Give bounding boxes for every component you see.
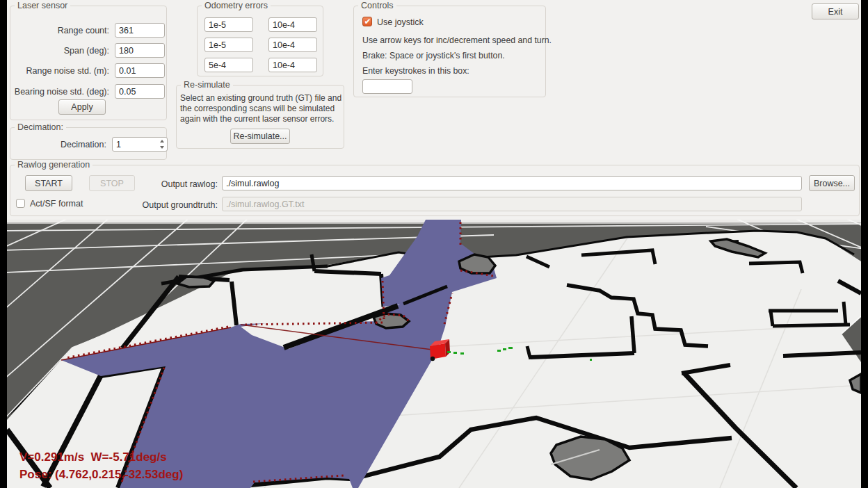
keystroke-input[interactable] — [362, 79, 412, 94]
browse-button[interactable]: Browse... — [809, 175, 855, 191]
output-groundtruth-label: Output groundtruth: — [126, 200, 218, 210]
actsf-format-checkbox[interactable] — [16, 199, 25, 208]
start-button[interactable]: START — [25, 175, 72, 191]
odometry-field-5[interactable] — [204, 58, 253, 72]
exit-button[interactable]: Exit — [812, 3, 859, 19]
decimation-group: Decimation: Decimation: — [10, 127, 167, 160]
rawlog-generation-group: Rawlog generation START STOP Output rawl… — [10, 165, 860, 216]
arrow-up-icon — [160, 140, 164, 143]
span-deg-field[interactable] — [115, 43, 165, 58]
decimation-spin-buttons — [156, 138, 167, 151]
odometry-errors-group-title: Odometry errors — [202, 1, 271, 10]
resimulate-group-title: Re-simulate — [181, 80, 233, 90]
odometry-field-4[interactable] — [268, 38, 317, 52]
controls-hint-keystrokes: Enter keystrokes in this box: — [362, 66, 469, 76]
arrow-down-icon — [160, 146, 164, 149]
output-rawlog-label: Output rawlog: — [126, 179, 218, 189]
actsf-format-label: Act/SF format — [30, 199, 83, 209]
rawlog-generation-group-title: Rawlog generation — [15, 160, 93, 170]
apply-button[interactable]: Apply — [58, 99, 106, 115]
spin-up-button[interactable] — [156, 138, 167, 145]
scene-canvas: V=0.291m/s W=-5.71deg/s Pose: (4.762,0.2… — [7, 220, 861, 488]
bearing-noise-label: Bearing noise std. (deg): — [10, 87, 109, 97]
3d-viewport[interactable]: V=0.291m/s W=-5.71deg/s Pose: (4.762,0.2… — [7, 220, 861, 488]
range-noise-label: Range noise std. (m): — [10, 66, 109, 76]
resimulate-group: Re-simulate Select an existing ground tr… — [176, 85, 344, 149]
use-joystick-label: Use joystick — [377, 17, 424, 27]
simulator-window: Laser sensor Range count: Span (deg): Ra… — [7, 0, 861, 488]
odometry-errors-group: Odometry errors — [197, 6, 323, 76]
odometry-field-1[interactable] — [204, 17, 253, 32]
output-rawlog-field[interactable] — [222, 176, 802, 190]
use-joystick-checkbox[interactable] — [362, 17, 372, 26]
odometry-field-6[interactable] — [268, 58, 317, 72]
hud-velocity-text: V=0.291m/s W=-5.71deg/s — [19, 450, 167, 464]
control-panel: Laser sensor Range count: Span (deg): Ra… — [7, 0, 861, 220]
decimation-spinner — [112, 137, 168, 152]
laser-sensor-group-title: Laser sensor — [15, 1, 70, 10]
resimulate-description-line1: Select an existing ground truth (GT) fil… — [180, 93, 341, 103]
hud-pose-text: Pose: (4.762,0.215,-32.53deg) — [19, 468, 183, 481]
range-count-field[interactable] — [115, 23, 165, 38]
decimation-group-title: Decimation: — [15, 122, 66, 132]
resimulate-description-line3: again with the current laser sensor erro… — [180, 114, 334, 124]
laser-sensor-group: Laser sensor Range count: Span (deg): Ra… — [10, 6, 167, 120]
resimulate-description-line2: the corresponding scans will be simulate… — [180, 104, 335, 113]
resimulate-button[interactable]: Re-simulate... — [230, 129, 290, 144]
decimation-label: Decimation: — [10, 140, 106, 149]
controls-hint-brake: Brake: Space or joystick's first button. — [362, 51, 505, 60]
controls-hint-arrows: Use arrow keys for inc/decrement speed a… — [362, 35, 552, 45]
robot-wheel — [431, 357, 435, 361]
spin-down-button[interactable] — [156, 145, 167, 152]
controls-group: Controls Use joystick Use arrow keys for… — [353, 6, 546, 97]
bearing-noise-field[interactable] — [115, 84, 165, 99]
range-count-label: Range count: — [10, 26, 109, 35]
range-noise-field[interactable] — [115, 63, 165, 78]
odometry-field-2[interactable] — [268, 17, 317, 32]
controls-group-title: Controls — [358, 1, 396, 10]
span-deg-label: Span (deg): — [10, 46, 109, 56]
odometry-field-3[interactable] — [204, 38, 253, 52]
output-groundtruth-field — [222, 197, 802, 211]
